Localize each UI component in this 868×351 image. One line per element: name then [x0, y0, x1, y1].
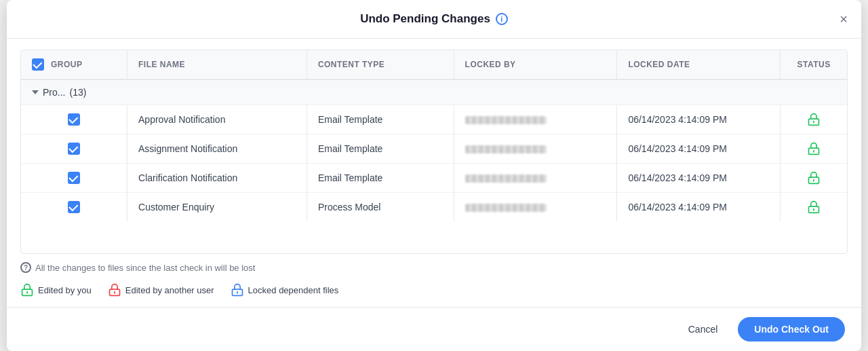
legend-lock-green-icon — [20, 282, 34, 297]
group-row: Pro... (13) — [21, 79, 847, 105]
row-filename-2: Clarification Notification — [127, 164, 307, 193]
row-lockedby-3 — [454, 193, 617, 222]
table-row: Clarification Notification Email Templat… — [21, 164, 847, 193]
legend-lock-blue-icon — [231, 282, 244, 297]
row-checkbox-0[interactable] — [68, 113, 80, 126]
group-expand-icon[interactable] — [32, 90, 39, 94]
col-header-contenttype: CONTENT TYPE — [307, 50, 454, 79]
table-row: Approval Notification Email Template 06/… — [21, 105, 847, 134]
footer-note-text: All the changes to files since the last … — [35, 263, 255, 273]
table-container: GROUP FILE NAME CONTENT TYPE LOCKED BY L… — [21, 50, 847, 253]
modal-title: Undo Pending Changes i — [360, 12, 508, 26]
row-contenttype-2: Email Template — [307, 164, 454, 193]
legend-green-label: Edited by you — [38, 285, 92, 295]
info-icon[interactable]: i — [496, 13, 508, 25]
group-count-text: (13) — [69, 87, 86, 98]
row-lockeddate-1: 06/14/2023 4:14:09 PM — [617, 134, 781, 164]
row-status-0 — [781, 105, 847, 134]
data-table: GROUP FILE NAME CONTENT TYPE LOCKED BY L… — [21, 50, 847, 221]
row-filename-1: Assignment Notification — [127, 134, 307, 164]
row-lockedby-0 — [454, 105, 617, 134]
modal-title-text: Undo Pending Changes — [360, 12, 490, 26]
select-all-checkbox[interactable] — [32, 58, 44, 71]
row-contenttype-0: Email Template — [307, 105, 454, 134]
note-icon: ? — [20, 262, 31, 273]
table-row: Assignment Notification Email Template 0… — [21, 134, 847, 164]
row-checkbox-2[interactable] — [68, 172, 80, 184]
row-checkbox-cell — [21, 164, 127, 193]
row-status-3 — [781, 193, 847, 222]
row-lockeddate-3: 06/14/2023 4:14:09 PM — [617, 193, 781, 222]
row-lockedby-2 — [454, 164, 617, 193]
row-lockeddate-2: 06/14/2023 4:14:09 PM — [617, 164, 781, 193]
close-button[interactable]: × — [840, 12, 848, 26]
table-row: Customer Enquiry Process Model 06/14/202… — [21, 193, 847, 222]
legend-item-green: Edited by you — [20, 282, 92, 297]
legend-blue-label: Locked dependent files — [248, 285, 339, 295]
col-header-filename: FILE NAME — [127, 50, 307, 79]
col-header-status: STATUS — [781, 50, 847, 79]
modal: Undo Pending Changes i × GROUP — [7, 0, 861, 351]
group-label-text: Pro... — [43, 87, 65, 98]
row-checkbox-cell — [21, 134, 127, 164]
row-filename-3: Customer Enquiry — [127, 193, 307, 222]
legend-item-red: Edited by another user — [108, 282, 214, 297]
legend-red-label: Edited by another user — [125, 285, 214, 295]
footer-note: ? All the changes to files since the las… — [20, 254, 848, 278]
legend: Edited by you Edited by another user Loc… — [20, 278, 848, 307]
row-checkbox-cell — [21, 105, 127, 134]
row-lockeddate-0: 06/14/2023 4:14:09 PM — [617, 105, 781, 134]
row-status-1 — [781, 134, 847, 164]
modal-footer: Cancel Undo Check Out — [7, 307, 861, 351]
row-contenttype-3: Process Model — [307, 193, 454, 222]
row-filename-0: Approval Notification — [127, 105, 307, 134]
row-lockedby-1 — [454, 134, 617, 164]
row-contenttype-1: Email Template — [307, 134, 454, 164]
row-checkbox-3[interactable] — [68, 201, 80, 213]
cancel-button[interactable]: Cancel — [676, 318, 730, 340]
undo-checkout-button[interactable]: Undo Check Out — [738, 317, 845, 341]
col-header-lockeddate: LOCKED DATE — [617, 50, 781, 79]
group-row-cell: Pro... (13) — [21, 79, 847, 105]
legend-item-blue: Locked dependent files — [231, 282, 339, 297]
row-checkbox-cell — [21, 193, 127, 222]
modal-body: GROUP FILE NAME CONTENT TYPE LOCKED BY L… — [7, 39, 861, 307]
row-status-2 — [781, 164, 847, 193]
modal-header: Undo Pending Changes i × — [7, 0, 861, 39]
legend-lock-red-icon — [108, 282, 121, 297]
row-checkbox-1[interactable] — [68, 143, 80, 155]
col-header-group: GROUP — [21, 50, 127, 79]
table-wrapper: GROUP FILE NAME CONTENT TYPE LOCKED BY L… — [20, 50, 848, 254]
col-header-lockedby: LOCKED BY — [454, 50, 617, 79]
